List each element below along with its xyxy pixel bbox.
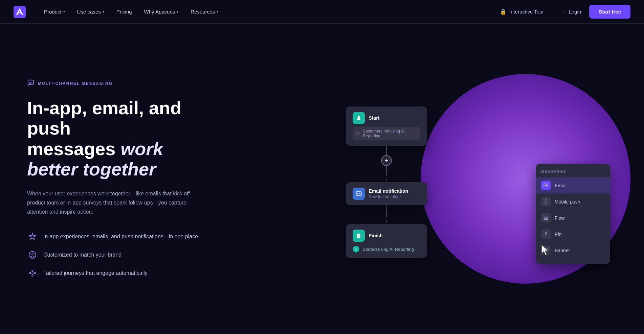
start-free-button[interactable]: Start free (589, 5, 630, 19)
svg-rect-15 (544, 184, 548, 187)
flow-connector-1: + ↓ (381, 146, 392, 182)
messages-mobile-push-label: Mobile push (555, 199, 580, 205)
logo[interactable] (14, 6, 26, 18)
svg-point-11 (358, 116, 360, 118)
svg-point-6 (34, 254, 35, 255)
flow-start-card: Start Customers not using AI Reporting (346, 106, 427, 146)
feature-text-2: Customized to match your brand (43, 252, 121, 258)
nav-right: 🔒 Interactive Tour → Login Start free (500, 5, 630, 19)
messages-panel-title: MESSAGES (536, 169, 610, 177)
svg-rect-20 (544, 219, 548, 220)
feature-item-2: Customized to match your brand (27, 249, 217, 260)
messages-item-email[interactable]: Email (536, 177, 610, 194)
hero-subtitle: When your user experiences work together… (27, 189, 203, 217)
add-step-button[interactable]: + (381, 155, 392, 166)
nav-item-why-appcues[interactable]: Why Appcues ▾ (139, 6, 183, 17)
connector-line (386, 205, 387, 217)
flow-connector-2: ↓ (385, 205, 388, 224)
flow-icon (541, 213, 551, 223)
svg-point-8 (32, 270, 33, 271)
svg-rect-0 (14, 6, 26, 18)
hero-left: MULTI-CHANNEL MESSAGING In-app, email, a… (27, 79, 217, 279)
mobile-push-icon (541, 197, 551, 207)
nav-item-use-cases[interactable]: Use cases ▾ (72, 6, 109, 17)
messages-pin-label: Pin (555, 232, 561, 237)
messages-email-label: Email (555, 183, 567, 188)
palette-icon (27, 249, 38, 260)
messages-banner-label: Banner (555, 248, 570, 253)
flow-finish-card: Finish ✓ Started using AI Reporting (346, 224, 427, 258)
completion-badge: ✓ Started using AI Reporting (353, 246, 420, 253)
sparkle-icon (27, 231, 38, 242)
nav-item-pricing[interactable]: Pricing (112, 6, 137, 17)
feature-text-3: Tailored journeys that engage automatica… (43, 270, 148, 276)
interactive-tour-link[interactable]: 🔒 Interactive Tour (500, 8, 544, 15)
svg-point-3 (29, 252, 36, 258)
nav-links: Product ▾ Use cases ▾ Pricing Why Appcue… (39, 6, 500, 17)
finish-card-icon (353, 230, 365, 242)
chevron-down-icon: ▾ (63, 10, 65, 14)
connector-line (386, 146, 387, 155)
arrow-down-icon: ↓ (385, 218, 388, 224)
pin-icon (541, 230, 551, 239)
messages-item-flow[interactable]: Flow (536, 210, 610, 226)
nav-divider (552, 8, 552, 16)
check-icon: ✓ (353, 246, 359, 253)
start-card-tag: Customers not using AI Reporting (353, 127, 420, 140)
section-label-text: MULTI-CHANNEL MESSAGING (38, 81, 113, 86)
feature-item-3: Tailored journeys that engage automatica… (27, 268, 217, 279)
svg-point-7 (29, 272, 31, 274)
email-card-icon (353, 188, 365, 200)
section-label: MULTI-CHANNEL MESSAGING (27, 79, 217, 88)
start-card-title: Start (369, 115, 380, 121)
login-icon: → (560, 9, 566, 15)
nav-item-product[interactable]: Product ▾ (39, 6, 70, 17)
chevron-down-icon: ▾ (217, 10, 218, 14)
svg-rect-19 (544, 218, 548, 219)
chevron-down-icon: ▾ (177, 10, 178, 14)
messages-item-pin[interactable]: Pin (536, 226, 610, 242)
email-card-subtitle: New feature alert! (369, 194, 408, 199)
svg-rect-18 (544, 216, 548, 217)
feature-list: In-app experiences, emails, and push not… (27, 231, 217, 279)
messaging-icon (27, 79, 35, 88)
svg-point-12 (357, 132, 358, 133)
email-msg-icon (541, 181, 551, 190)
connector-line (386, 166, 387, 175)
main-content: MULTI-CHANNEL MESSAGING In-app, email, a… (0, 24, 644, 334)
svg-point-5 (32, 253, 33, 254)
journey-icon (27, 268, 38, 279)
nav-item-resources[interactable]: Resources ▾ (186, 6, 223, 17)
lock-icon: 🔒 (500, 8, 507, 15)
svg-point-9 (34, 272, 36, 274)
flow-diagram: Start Customers not using AI Reporting +… (346, 106, 427, 258)
hero-title: In-app, email, and push messages work be… (27, 98, 217, 180)
email-card-title: Email notification (369, 188, 408, 194)
svg-point-4 (31, 254, 32, 255)
cursor-icon (540, 244, 551, 257)
svg-point-10 (32, 275, 33, 276)
messages-item-mobile-push[interactable]: Mobile push (536, 194, 610, 210)
start-card-icon (353, 112, 365, 124)
finish-card-title: Finish (369, 233, 383, 238)
flow-email-card: Email notification New feature alert! (346, 182, 427, 205)
hero-illustration: Start Customers not using AI Reporting +… (217, 61, 617, 297)
dashed-line (427, 194, 471, 194)
login-link[interactable]: → Login (560, 9, 581, 15)
badge-text: Started using AI Reporting (363, 247, 414, 252)
chevron-down-icon: ▾ (103, 10, 104, 14)
navbar: Product ▾ Use cases ▾ Pricing Why Appcue… (0, 0, 644, 24)
svg-rect-14 (357, 234, 360, 238)
feature-item-1: In-app experiences, emails, and push not… (27, 231, 217, 242)
feature-text-1: In-app experiences, emails, and push not… (43, 234, 198, 240)
messages-flow-label: Flow (555, 215, 565, 221)
arrow-down-icon: ↓ (385, 176, 388, 182)
svg-rect-13 (356, 192, 361, 196)
